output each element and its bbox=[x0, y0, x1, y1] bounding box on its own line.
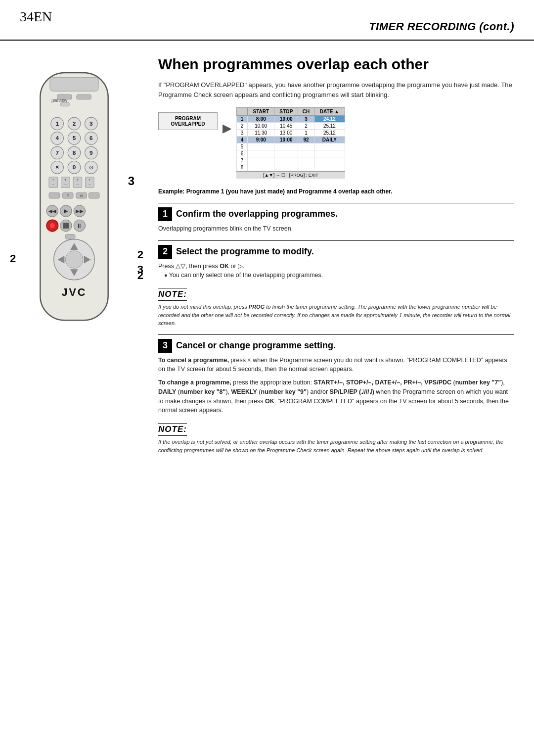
col-ch: CH bbox=[298, 108, 314, 116]
section-title: When programmes overlap each other bbox=[158, 55, 514, 73]
svg-text:▶▶: ▶▶ bbox=[76, 208, 84, 214]
col-date: DATE ▲ bbox=[314, 108, 345, 116]
table-row: 4 9:00 10:00 92 DAILY bbox=[237, 137, 345, 143]
table-row: 7 bbox=[237, 157, 345, 164]
step-1-header: 1 Confirm the overlapping programmes. bbox=[158, 207, 514, 221]
svg-rect-47 bbox=[89, 192, 99, 198]
svg-text:⊙: ⊙ bbox=[89, 164, 93, 170]
svg-text:⏸: ⏸ bbox=[76, 222, 83, 230]
note-1-body: If you do not mind this overlap, press P… bbox=[158, 303, 514, 328]
page-suffix: EN bbox=[34, 9, 52, 24]
svg-text:6: 6 bbox=[89, 135, 93, 141]
step-3-body: To cancel a programme, press × when the … bbox=[158, 356, 514, 416]
step-3-header: 3 Cancel or change programme setting. bbox=[158, 339, 514, 353]
step-1-text: Overlapping programmes blink on the TV s… bbox=[158, 224, 514, 234]
row-stop: 10:00 bbox=[274, 137, 298, 143]
step-2-text: Press △▽, then press OK or ▷. bbox=[158, 262, 514, 271]
program-overlapped-label: PROGRAM OVERLAPPED bbox=[158, 112, 218, 130]
main-layout: 3 ❑REVIEW 1 2 3 bbox=[0, 41, 534, 756]
right-column: When programmes overlap each other If "P… bbox=[148, 50, 534, 756]
svg-text:7: 7 bbox=[55, 149, 59, 156]
intro-text: If "PROGRAM OVERLAPPED" appears, you hav… bbox=[158, 80, 514, 99]
svg-text:5: 5 bbox=[73, 135, 76, 141]
step-1-title: Confirm the overlapping programmes. bbox=[176, 209, 338, 219]
row-date: DAILY bbox=[314, 137, 345, 143]
svg-rect-4 bbox=[61, 102, 70, 106]
row-date: 24.12 bbox=[314, 116, 345, 123]
svg-text:8: 8 bbox=[73, 149, 76, 156]
page-num-text: 34 bbox=[20, 9, 34, 24]
table-row: 3 11:30 13:00 1 25.12 bbox=[237, 130, 345, 137]
row-stop: 13:00 bbox=[274, 130, 298, 137]
svg-text:❑REVIEW: ❑REVIEW bbox=[51, 99, 68, 102]
row-ch: 2 bbox=[298, 123, 314, 130]
program-table: START STOP CH DATE ▲ 1 8:00 10:00 3 24.1 bbox=[236, 107, 345, 171]
svg-text:–: – bbox=[77, 183, 79, 187]
note-2-body: If the overlap is not yet solved, or ano… bbox=[158, 438, 514, 454]
svg-text:///: /// bbox=[80, 194, 83, 197]
note-1-block: NOTE: If you do not mind this overlap, p… bbox=[158, 288, 514, 328]
col-stop: STOP bbox=[274, 108, 298, 116]
table-row: 1 8:00 10:00 3 24.12 bbox=[237, 116, 345, 123]
arrow-right-icon: ▶ bbox=[222, 121, 231, 135]
col-num bbox=[237, 108, 248, 116]
step-2-block: 2 Select the programme to modify. Press … bbox=[158, 240, 514, 284]
svg-rect-57 bbox=[63, 223, 69, 229]
step-3-para1: To cancel a programme, press × when the … bbox=[158, 356, 514, 375]
col-start: START bbox=[248, 108, 274, 116]
step-2-bullets: You can only select one of the overlappi… bbox=[158, 271, 514, 280]
page-number: 34EN bbox=[20, 9, 52, 35]
svg-text:0: 0 bbox=[73, 164, 76, 170]
row-num: 4 bbox=[237, 137, 248, 143]
svg-rect-3 bbox=[77, 94, 91, 99]
step-label-3-right: 3 bbox=[128, 174, 134, 188]
table-row: 8 bbox=[237, 164, 345, 171]
row-num: 1 bbox=[237, 116, 248, 123]
svg-text:4: 4 bbox=[55, 135, 59, 141]
step-1-number: 1 bbox=[158, 207, 172, 221]
step-3-para2: To change a programme, press the appropr… bbox=[158, 378, 514, 415]
example-text: Example: Programme 1 (you have just made… bbox=[158, 188, 514, 196]
step-2-number: 2 bbox=[158, 245, 172, 259]
svg-text:+: + bbox=[64, 178, 67, 182]
step-2-body: Press △▽, then press OK or ▷. You can on… bbox=[158, 262, 514, 281]
step-label-2-right-bottom: 2 bbox=[137, 269, 143, 282]
remote-control-wrap: 3 ❑REVIEW 1 2 3 bbox=[25, 70, 124, 330]
svg-text:2: 2 bbox=[73, 120, 76, 127]
step-3-block: 3 Cancel or change programme setting. To… bbox=[158, 334, 514, 420]
note-2-block: NOTE: If the overlap is not yet solved, … bbox=[158, 423, 514, 454]
table-row: 2 10:00 10:45 2 25.12 bbox=[237, 123, 345, 130]
remote-control-svg: ❑REVIEW 1 2 3 4 5 6 7 8 bbox=[25, 70, 124, 328]
step-label-2-top: 2 bbox=[137, 248, 143, 261]
row-ch: 3 bbox=[298, 116, 314, 123]
row-ch: 92 bbox=[298, 137, 314, 143]
program-overlap-area: PROGRAM OVERLAPPED ▶ START STOP CH DATE … bbox=[158, 107, 514, 179]
svg-text:+: + bbox=[89, 178, 91, 182]
svg-text:+: + bbox=[52, 178, 55, 182]
svg-text:×: × bbox=[55, 163, 59, 171]
svg-text:1: 1 bbox=[55, 120, 59, 127]
step-2-header: 2 Select the programme to modify. bbox=[158, 245, 514, 259]
row-start: 8:00 bbox=[248, 116, 274, 123]
step-2-title: Select the programme to modify. bbox=[176, 246, 314, 257]
svg-rect-60 bbox=[65, 235, 75, 239]
svg-rect-42 bbox=[49, 192, 60, 198]
svg-text:JVC: JVC bbox=[62, 286, 87, 298]
svg-point-62 bbox=[65, 251, 83, 268]
step-3-number: 3 bbox=[158, 339, 172, 353]
svg-text:?: ? bbox=[67, 194, 69, 197]
row-num: 2 bbox=[237, 123, 248, 130]
svg-text:9: 9 bbox=[89, 149, 93, 156]
row-start: 11:30 bbox=[248, 130, 274, 137]
note-1-title: NOTE: bbox=[158, 288, 187, 301]
header-title: TIMER RECORDING (cont.) bbox=[369, 20, 514, 33]
svg-text:–: – bbox=[64, 183, 67, 187]
svg-text:3: 3 bbox=[89, 120, 93, 127]
svg-text:▶: ▶ bbox=[64, 208, 68, 214]
svg-text:◀◀: ◀◀ bbox=[48, 208, 56, 214]
row-num: 3 bbox=[237, 130, 248, 137]
step-2-bullet: You can only select one of the overlappi… bbox=[164, 271, 514, 280]
left-column: 3 ❑REVIEW 1 2 3 bbox=[0, 50, 148, 756]
row-stop: 10:45 bbox=[274, 123, 298, 130]
svg-rect-1 bbox=[50, 78, 98, 91]
